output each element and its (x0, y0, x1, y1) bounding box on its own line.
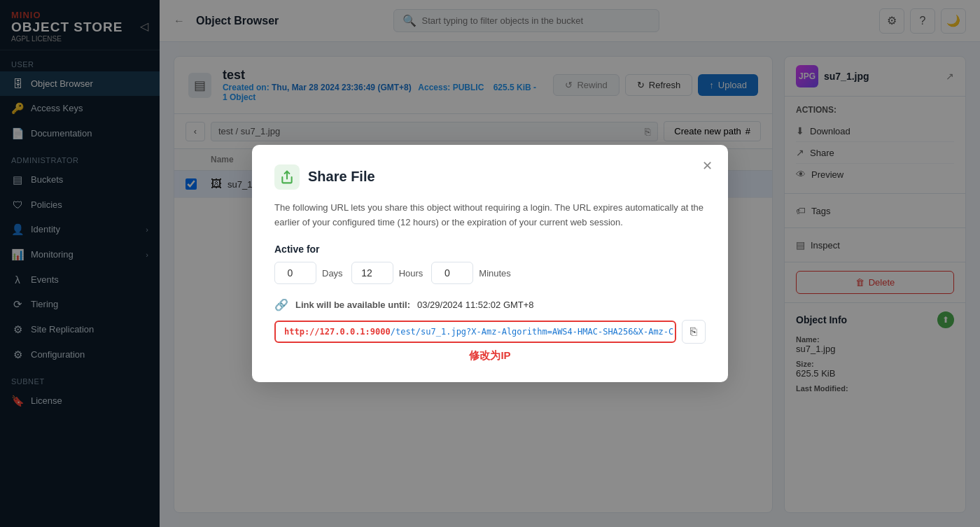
link-icon: 🔗 (274, 298, 288, 311)
copy-url-button[interactable]: ⎘ (682, 320, 706, 344)
minutes-input-group: Minutes (431, 262, 511, 284)
days-input-group: Days (274, 262, 343, 284)
link-until-label: Link will be available until: (295, 300, 410, 310)
modal-header: Share File (274, 164, 706, 190)
url-display: http://127.0.0.1:9000/test/su7_1.jpg?X-A… (274, 321, 676, 343)
url-row: http://127.0.0.1:9000/test/su7_1.jpg?X-A… (274, 320, 706, 344)
url-path: /test/su7_1.jpg?X-Amz-Algorithm=AWS4-HMA… (391, 327, 676, 337)
share-modal: Share File ✕ The following URL lets you … (252, 145, 728, 383)
time-inputs: Days Hours Minutes (274, 262, 706, 284)
modal-overlay[interactable]: Share File ✕ The following URL lets you … (0, 0, 980, 527)
hours-label: Hours (399, 268, 424, 279)
modal-close-button[interactable]: ✕ (697, 156, 717, 176)
active-for-label: Active for (274, 244, 706, 255)
hours-input-group: Hours (351, 262, 424, 284)
annotation-text: 修改为IP (274, 349, 706, 363)
modal-share-icon (274, 164, 300, 190)
days-input[interactable] (274, 262, 316, 284)
days-label: Days (322, 268, 343, 279)
modal-description: The following URL lets you share this ob… (274, 201, 706, 230)
minutes-input[interactable] (431, 262, 473, 284)
hours-input[interactable] (351, 262, 393, 284)
link-until: 🔗 Link will be available until: 03/29/20… (274, 298, 706, 311)
minutes-label: Minutes (479, 268, 511, 279)
url-host: http://127.0.0.1:9000 (284, 327, 391, 337)
modal-title: Share File (308, 169, 375, 185)
link-until-value: 03/29/2024 11:52:02 GMT+8 (417, 300, 534, 310)
